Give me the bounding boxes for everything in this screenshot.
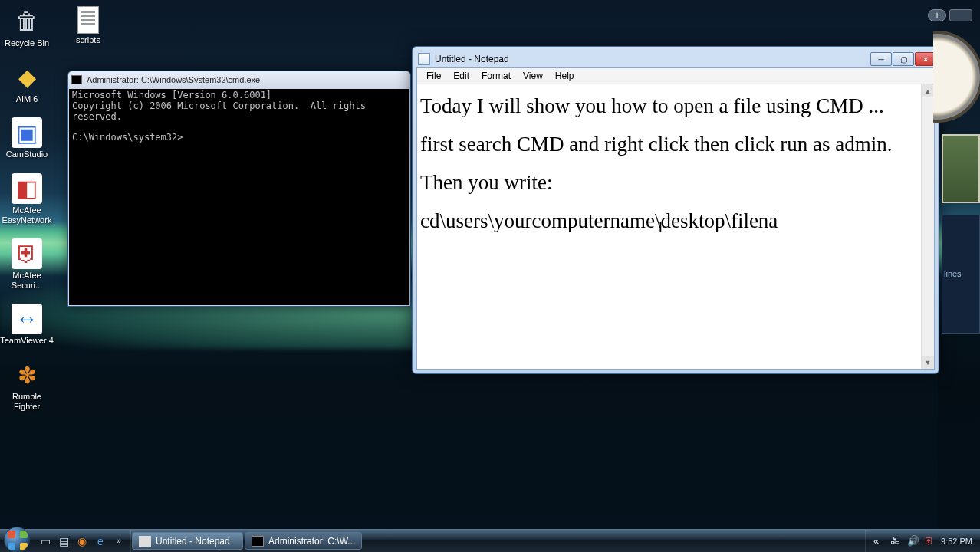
icon-label: AIM 6 — [16, 94, 38, 104]
ibeam-cursor-icon: I — [658, 213, 663, 242]
notepad-text-wrap: Today I will show you how to open a file… — [417, 84, 934, 369]
notepad-title-icon — [418, 53, 430, 65]
ql-show-desktop-icon[interactable]: ▭ — [37, 533, 54, 550]
desktop-icon-scripts[interactable]: scripts — [61, 6, 115, 45]
taskbar-button-notepad[interactable]: Untitled - Notepad — [132, 532, 243, 550]
tray-volume-icon[interactable]: 🔊 — [907, 535, 919, 547]
camstudio-icon: ▣ — [12, 117, 42, 148]
notepad-content-p2: Then you write: — [420, 171, 552, 194]
windows-logo-icon — [4, 527, 30, 552]
notepad-titlebar[interactable]: Untitled - Notepad ─ ▢ ✕ — [416, 51, 935, 67]
tray-network-icon[interactable]: 🖧 — [890, 535, 903, 547]
sidebar-headlines-gadget[interactable]: lines — [942, 215, 980, 334]
icon-label: Recycle Bin — [5, 38, 49, 48]
teamviewer-icon: ↔ — [12, 304, 42, 334]
desktop-icon-camstudio[interactable]: ▣ CamStudio — [0, 117, 54, 159]
cmd-line-version: Microsoft Windows [Version 6.0.6001] — [72, 90, 271, 100]
icon-label: CamStudio — [6, 150, 48, 159]
tray-clock[interactable]: 9:52 PM — [941, 537, 972, 546]
icon-label: TeamViewer 4 — [0, 336, 54, 346]
windows-sidebar: + lines — [938, 0, 980, 529]
cmd-title-text: Administrator: C:\Windows\System32\cmd.e… — [87, 75, 260, 84]
menu-edit[interactable]: Edit — [447, 69, 475, 83]
notepad-title-text: Untitled - Notepad — [435, 54, 509, 64]
system-tray: « 🖧 🔊 ⛨ 9:52 PM — [865, 530, 980, 552]
text-caret — [778, 209, 778, 232]
ql-media-player-icon[interactable]: ◉ — [74, 533, 90, 550]
notepad-content-p3: cd\users\yourcomputername\desktop\filena — [420, 209, 778, 232]
tray-chevron-icon[interactable]: « — [873, 535, 886, 547]
icon-label: McAfee Securi... — [0, 271, 54, 290]
cmd-prompt: C:\Windows\system32> — [72, 132, 183, 143]
taskbar-button-label: Administrator: C:\W... — [268, 536, 355, 547]
close-button[interactable]: ✕ — [915, 52, 936, 66]
icon-label: Rumble Fighter — [0, 392, 54, 411]
text-file-icon — [77, 6, 99, 34]
taskbar-button-cmd[interactable]: Administrator: C:\W... — [245, 532, 362, 550]
mcafee-icon: ◧ — [12, 173, 42, 204]
sidebar-add-gadget-button[interactable]: + — [928, 9, 946, 21]
window-notepad[interactable]: Untitled - Notepad ─ ▢ ✕ File Edit Forma… — [412, 46, 939, 374]
desktop-icon-mcafee-easynetwork[interactable]: ◧ McAfee EasyNetwork — [0, 173, 54, 225]
ql-ie-icon[interactable]: e — [92, 533, 109, 550]
scroll-down-icon[interactable]: ▼ — [922, 356, 934, 369]
taskbar: ▭ ▤ ◉ e » Untitled - Notepad Administrat… — [0, 529, 980, 552]
tray-security-icon[interactable]: ⛨ — [924, 535, 936, 547]
sidebar-pager[interactable] — [949, 9, 972, 21]
cmd-console[interactable]: Microsoft Windows [Version 6.0.6001] Cop… — [69, 89, 409, 305]
cmd-title-icon — [71, 75, 82, 84]
maximize-button[interactable]: ▢ — [893, 52, 914, 66]
desktop-icon-aim6[interactable]: ◆ AIM 6 — [0, 62, 54, 104]
desktop-icon-rumble-fighter[interactable]: ✽ Rumble Fighter — [0, 360, 54, 411]
quick-launch: ▭ ▤ ◉ e » — [34, 530, 131, 552]
notepad-taskbar-icon — [139, 536, 151, 547]
menu-view[interactable]: View — [517, 69, 549, 83]
headlines-label: lines — [944, 269, 962, 278]
desktop-icon-recycle-bin[interactable]: 🗑 Recycle Bin — [0, 6, 54, 48]
cmd-line-copyright: Copyright (c) 2006 Microsoft Corporation… — [72, 100, 371, 122]
notepad-content-p1: Today I will show you how to open a file… — [420, 94, 893, 156]
cmd-taskbar-icon — [252, 536, 264, 547]
sidebar-slideshow-gadget[interactable] — [942, 134, 980, 203]
icon-label: scripts — [76, 35, 100, 45]
recycle-bin-icon: 🗑 — [12, 6, 42, 37]
aim-icon: ◆ — [12, 62, 42, 93]
taskbar-button-label: Untitled - Notepad — [156, 536, 230, 547]
menu-format[interactable]: Format — [475, 69, 517, 83]
scroll-up-icon[interactable]: ▲ — [922, 84, 934, 97]
ql-switch-windows-icon[interactable]: ▤ — [55, 533, 72, 550]
cmd-titlebar[interactable]: Administrator: C:\Windows\System32\cmd.e… — [68, 71, 410, 88]
window-buttons: ─ ▢ ✕ — [870, 52, 936, 66]
desktop-icon-mcafee-security[interactable]: ⛨ McAfee Securi... — [0, 238, 54, 290]
desktop-icons-col1: 🗑 Recycle Bin ◆ AIM 6 ▣ CamStudio ◧ McAf… — [0, 6, 61, 425]
window-cmd[interactable]: Administrator: C:\Windows\System32\cmd.e… — [67, 71, 411, 307]
rumble-icon: ✽ — [12, 360, 42, 390]
icon-label: McAfee EasyNetwork — [0, 205, 54, 225]
mcafee-shield-icon: ⛨ — [12, 238, 42, 269]
desktop-icon-teamviewer[interactable]: ↔ TeamViewer 4 — [0, 304, 54, 346]
minimize-button[interactable]: ─ — [870, 52, 892, 66]
desktop-icons-col2: scripts — [61, 6, 115, 59]
menu-help[interactable]: Help — [549, 69, 580, 83]
start-button[interactable] — [0, 530, 34, 552]
notepad-inner: File Edit Format View Help Today I will … — [416, 67, 935, 370]
menu-file[interactable]: File — [420, 69, 447, 83]
notepad-textarea[interactable]: Today I will show you how to open a file… — [417, 84, 921, 369]
notepad-scrollbar[interactable]: ▲ ▼ — [921, 84, 934, 369]
ql-chevron-icon[interactable]: » — [110, 533, 127, 550]
notepad-menubar: File Edit Format View Help — [417, 68, 934, 84]
